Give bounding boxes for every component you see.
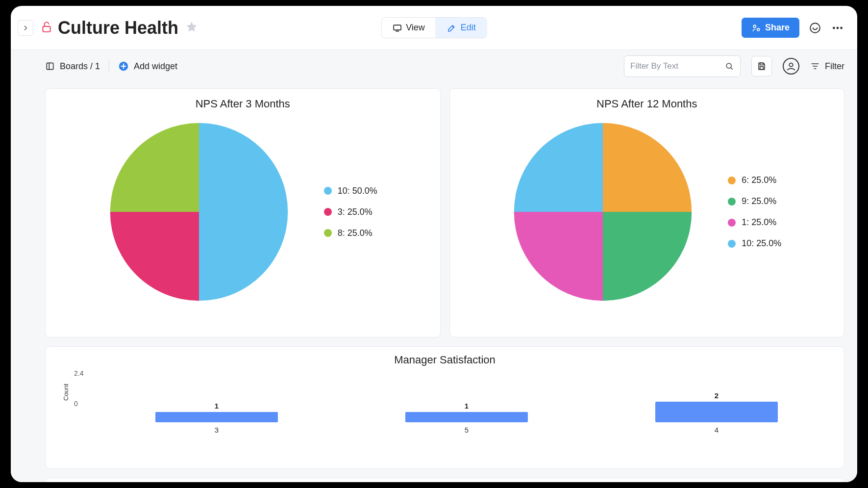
expand-sidebar-button[interactable] <box>18 20 33 36</box>
svg-point-12 <box>726 63 731 68</box>
chart-title: NPS After 3 Months <box>57 98 428 110</box>
add-widget-label: Add widget <box>134 61 177 72</box>
svg-point-16 <box>789 63 793 67</box>
svg-rect-0 <box>43 26 50 31</box>
legend-dot-icon <box>728 198 736 205</box>
pie-chart <box>108 121 290 303</box>
legend-item[interactable]: 8: 25.0% <box>324 228 377 238</box>
svg-point-8 <box>840 26 843 29</box>
legend-item[interactable]: 3: 25.0% <box>324 207 377 217</box>
filter-button[interactable]: Filter <box>810 61 844 72</box>
chart-card-nps-12: NPS After 12 Months 6: 25.0%9: 25.0%1: 2… <box>449 88 845 337</box>
svg-rect-15 <box>760 67 764 70</box>
pie-slice[interactable] <box>603 123 692 212</box>
filter-button-label: Filter <box>825 61 844 72</box>
svg-point-3 <box>753 25 756 27</box>
legend-label: 9: 25.0% <box>742 196 776 206</box>
bar-group: 1 <box>405 402 528 422</box>
pie-slice[interactable] <box>110 123 198 212</box>
bar-category-label: 5 <box>405 426 528 434</box>
svg-rect-1 <box>394 25 401 30</box>
bar[interactable] <box>655 402 778 422</box>
boards-breadcrumb-label: Boards / 1 <box>60 61 100 72</box>
bar-chart: 131524 <box>106 377 832 436</box>
view-tab[interactable]: View <box>381 18 436 38</box>
legend-label: 6: 25.0% <box>742 175 776 185</box>
legend-item[interactable]: 6: 25.0% <box>728 175 781 185</box>
pie-slice[interactable] <box>110 212 198 301</box>
pie-chart <box>512 121 694 303</box>
edit-tab[interactable]: Edit <box>436 18 487 38</box>
add-widget-button[interactable]: Add widget <box>118 61 177 72</box>
legend-label: 1: 25.0% <box>742 217 776 228</box>
bar[interactable] <box>155 412 278 422</box>
lock-open-icon <box>40 21 58 35</box>
star-icon[interactable] <box>185 21 198 35</box>
legend-dot-icon <box>728 240 736 248</box>
chart-legend: 6: 25.0%9: 25.0%1: 25.0%10: 25.0% <box>728 175 781 249</box>
view-tab-label: View <box>406 23 425 33</box>
edit-tab-label: Edit <box>461 23 476 33</box>
chart-card-nps-3: NPS After 3 Months 10: 50.0%3: 25.0%8: 2… <box>45 88 441 337</box>
legend-label: 10: 50.0% <box>338 186 377 196</box>
search-icon <box>724 61 734 71</box>
legend-label: 3: 25.0% <box>338 207 372 217</box>
bar-category-label: 3 <box>155 426 278 434</box>
svg-rect-9 <box>47 63 53 69</box>
legend-item[interactable]: 1: 25.0% <box>728 217 781 228</box>
y-tick: 2.4 <box>74 369 83 377</box>
pie-slice[interactable] <box>514 123 603 212</box>
bar-value-label: 1 <box>155 402 278 410</box>
legend-item[interactable]: 10: 25.0% <box>728 238 781 249</box>
chart-card-salary-sat: Salary Satisfaction <box>45 478 844 482</box>
feedback-icon[interactable] <box>808 21 822 35</box>
chart-title: Manager Satisfaction <box>57 354 832 366</box>
svg-rect-14 <box>760 63 764 65</box>
legend-label: 8: 25.0% <box>338 228 372 238</box>
boards-breadcrumb[interactable]: Boards / 1 <box>45 61 100 72</box>
legend-dot-icon <box>324 187 332 195</box>
y-tick: 0 <box>74 400 78 408</box>
view-edit-toggle: View Edit <box>381 17 487 38</box>
pie-slice[interactable] <box>199 123 288 301</box>
bar-value-label: 1 <box>405 402 528 410</box>
more-icon[interactable] <box>831 21 844 35</box>
svg-point-5 <box>810 23 820 33</box>
bar-category-label: 4 <box>655 426 778 434</box>
bar-group: 1 <box>155 402 278 422</box>
filter-text-placeholder: Filter By Text <box>630 61 724 71</box>
share-button-label: Share <box>765 23 790 33</box>
page-title: Culture Health <box>58 18 178 38</box>
pie-slice[interactable] <box>603 212 692 301</box>
y-axis-label: Count <box>62 384 70 401</box>
legend-dot-icon <box>324 208 332 216</box>
svg-point-6 <box>833 26 835 29</box>
legend-dot-icon <box>324 229 332 237</box>
bar-group: 2 <box>655 391 778 422</box>
toolbar-separator <box>109 59 109 73</box>
chart-legend: 10: 50.0%3: 25.0%8: 25.0% <box>324 186 377 238</box>
user-avatar-icon[interactable] <box>783 58 799 75</box>
chart-title: NPS After 12 Months <box>462 98 833 110</box>
save-icon[interactable] <box>751 56 772 77</box>
filter-text-input[interactable]: Filter By Text <box>624 55 741 77</box>
share-button[interactable]: Share <box>742 18 799 38</box>
svg-line-13 <box>731 68 733 70</box>
bar-value-label: 2 <box>655 391 778 400</box>
legend-item[interactable]: 10: 50.0% <box>324 186 377 196</box>
svg-point-7 <box>837 26 839 29</box>
legend-dot-icon <box>728 219 736 227</box>
legend-item[interactable]: 9: 25.0% <box>728 196 781 206</box>
legend-label: 10: 25.0% <box>742 238 781 249</box>
bar[interactable] <box>405 412 528 422</box>
legend-dot-icon <box>728 177 736 184</box>
chart-card-manager-sat: Manager Satisfaction Count 2.4 0 131524 <box>45 346 844 469</box>
pie-slice[interactable] <box>514 212 603 301</box>
svg-point-4 <box>757 28 760 30</box>
